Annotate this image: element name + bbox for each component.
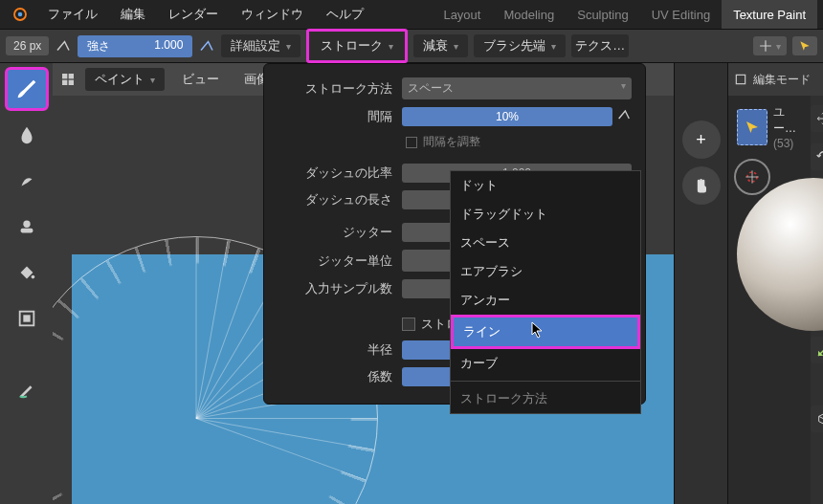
- view-menu[interactable]: ビュー: [174, 67, 227, 92]
- mouse-cursor-icon: [531, 321, 545, 339]
- dash-ratio-label: ダッシュの比率: [278, 164, 402, 182]
- draw-brush-tool[interactable]: [7, 69, 47, 109]
- measure-gizmo-icon[interactable]: [811, 337, 823, 363]
- stroke-method-select[interactable]: スペース▾: [402, 77, 632, 99]
- svg-point-3: [23, 221, 30, 228]
- editor-type-dropdown[interactable]: [60, 72, 76, 87]
- viewport-panel: 編集モード ユー… (53): [727, 63, 823, 504]
- opt-dot[interactable]: ドット: [451, 171, 640, 200]
- menu-render[interactable]: レンダー: [159, 2, 228, 27]
- editmode-label[interactable]: 編集モード: [753, 72, 811, 88]
- opt-curve[interactable]: カーブ: [451, 349, 640, 378]
- pressure-strength-icon[interactable]: [198, 37, 215, 55]
- svg-rect-10: [69, 80, 74, 85]
- falloff-label: 減衰: [423, 37, 448, 55]
- zoom-in-button[interactable]: +: [682, 121, 721, 159]
- tool-column: [0, 63, 53, 504]
- tab-sculpting[interactable]: Sculpting: [566, 0, 639, 29]
- brush-strength-field[interactable]: 強さ 1.000: [78, 35, 192, 57]
- coef-label: 係数: [278, 368, 402, 385]
- spacing-slider[interactable]: 10%: [402, 107, 612, 126]
- stroke-method-label: ストローク方法: [278, 80, 402, 98]
- menu-help[interactable]: ヘルプ: [317, 2, 373, 27]
- opt-airbrush[interactable]: エアブラシ: [451, 257, 640, 286]
- mask-tool[interactable]: [7, 298, 47, 339]
- smear-tool[interactable]: [7, 161, 47, 201]
- svg-rect-8: [69, 74, 74, 78]
- pressure-size-icon[interactable]: [55, 37, 72, 55]
- samples-label: 入力サンプル数: [278, 280, 402, 297]
- radius-label: 半径: [278, 341, 402, 359]
- image-editor-area: ペイント▾ ビュー 画像 skirt_collar ストローク方法: [53, 63, 674, 504]
- opt-anchor[interactable]: アンカー: [451, 286, 640, 315]
- jitter-unit-label: ジッター単位: [278, 252, 402, 270]
- svg-marker-11: [532, 322, 542, 338]
- tab-uvediting[interactable]: UV Editing: [640, 0, 722, 29]
- pan-hand-button[interactable]: [682, 166, 721, 205]
- stroke-dropdown[interactable]: ストローク▾: [306, 29, 408, 63]
- opt-line[interactable]: ライン: [451, 315, 640, 349]
- svg-point-1: [18, 12, 23, 17]
- fill-tool[interactable]: [7, 252, 47, 293]
- brush-size-field[interactable]: 26 px: [6, 36, 49, 55]
- svg-rect-6: [23, 315, 30, 321]
- item-name: ユー…: [773, 104, 802, 137]
- clone-tool[interactable]: [7, 207, 47, 247]
- stroke-label: ストローク: [321, 37, 383, 55]
- dash-len-label: ダッシュの長さ: [278, 191, 402, 208]
- move-gizmo-icon[interactable]: [811, 105, 823, 132]
- opt-space[interactable]: スペース: [451, 229, 640, 257]
- brushtip-dropdown[interactable]: ブラシ先端▾: [474, 34, 566, 57]
- pivot-dropdown[interactable]: ▾: [753, 36, 787, 55]
- menu-file[interactable]: ファイル: [38, 2, 107, 27]
- cursor3d-gizmo-icon[interactable]: [734, 159, 770, 195]
- tab-texturepaint[interactable]: Texture Paint: [722, 0, 817, 29]
- svg-rect-9: [62, 80, 67, 85]
- stroke-method-dropdown-open: ドット ドラッグドット スペース エアブラシ アンカー ライン カーブ ストロー…: [450, 170, 641, 414]
- adjust-spacing-label: 間隔を調整: [423, 134, 480, 150]
- brushtip-label: ブラシ先端: [483, 37, 545, 55]
- opt-dragdot[interactable]: ドラッグドット: [451, 200, 640, 229]
- item-count: (53): [773, 137, 802, 150]
- svg-rect-12: [736, 75, 745, 83]
- strength-label: 強さ: [87, 38, 110, 55]
- spacing-label: 間隔: [278, 108, 402, 125]
- viewport-gizmo-column: +: [674, 63, 727, 504]
- workspace-tabs: Layout Modeling Sculpting UV Editing Tex…: [432, 0, 817, 29]
- annotate-tool[interactable]: [7, 369, 47, 409]
- svg-rect-7: [62, 74, 67, 78]
- texture-label: テクス…: [575, 37, 625, 55]
- paint-label: ペイント: [95, 71, 145, 88]
- tab-layout[interactable]: Layout: [432, 0, 492, 29]
- adjust-spacing-check[interactable]: [406, 137, 417, 148]
- svg-rect-2: [20, 229, 33, 233]
- rotate-gizmo-icon[interactable]: [811, 143, 823, 170]
- select-visible-icon[interactable]: [734, 73, 747, 86]
- falloff-dropdown[interactable]: 減衰▾: [413, 34, 468, 57]
- detail-settings-dropdown[interactable]: 詳細設定▾: [221, 34, 300, 57]
- detail-label: 詳細設定: [231, 37, 280, 55]
- cursor-icon-toggle[interactable]: [792, 36, 817, 55]
- selected-uv-item[interactable]: ユー… (53): [734, 101, 805, 153]
- texture-dropdown[interactable]: テクス…: [571, 34, 629, 57]
- paint-mode-dropdown[interactable]: ペイント▾: [85, 68, 165, 91]
- addcube-gizmo-icon[interactable]: [811, 405, 823, 432]
- jitter-label: ジッター: [278, 224, 402, 241]
- menu-window[interactable]: ウィンドウ: [232, 2, 313, 27]
- menu-edit[interactable]: 編集: [111, 2, 155, 27]
- svg-point-4: [31, 275, 34, 279]
- dropdown-footer-label: ストローク方法: [451, 384, 640, 413]
- strength-value: 1.000: [154, 38, 183, 55]
- tab-modeling[interactable]: Modeling: [492, 0, 566, 29]
- soften-tool[interactable]: [7, 115, 47, 155]
- app-logo-icon[interactable]: [6, 6, 34, 23]
- pressure-spacing-icon[interactable]: [616, 107, 632, 126]
- stabilize-check[interactable]: [402, 318, 415, 331]
